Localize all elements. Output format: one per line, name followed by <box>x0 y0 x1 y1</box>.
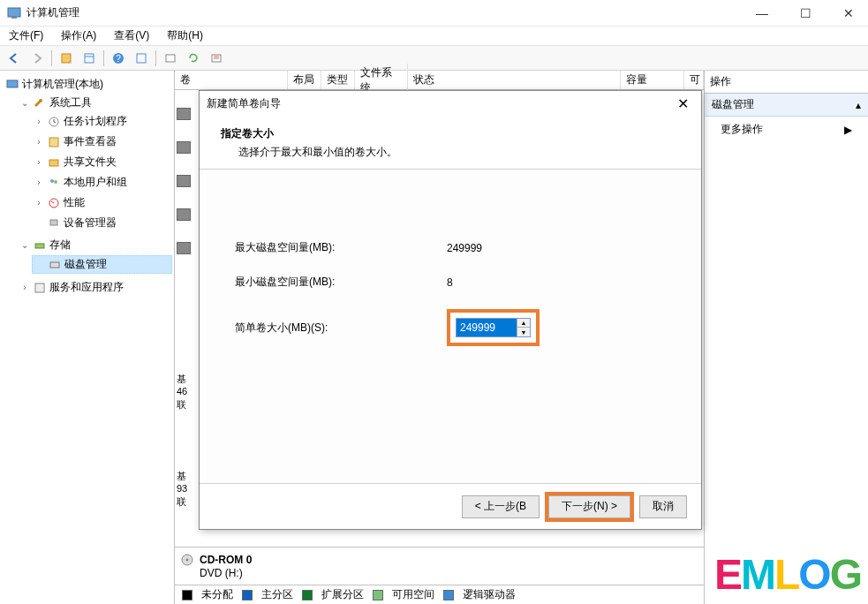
col-volume[interactable]: 卷 <box>175 71 288 89</box>
wizard-header: 指定卷大小 选择介于最大和最小值的卷大小。 <box>200 116 701 170</box>
wizard-subheading: 选择介于最大和最小值的卷大小。 <box>221 145 680 160</box>
actions-group[interactable]: 磁盘管理 ▴ <box>705 94 868 117</box>
toolbar-icon-3[interactable] <box>131 49 152 68</box>
svg-point-14 <box>50 179 54 183</box>
cancel-button[interactable]: 取消 <box>639 495 687 518</box>
col-layout[interactable]: 布局 <box>288 71 321 89</box>
tree-performance[interactable]: ›性能 <box>32 194 172 211</box>
max-space-label: 最大磁盘空间量(MB): <box>235 240 447 255</box>
tree-label: 磁盘管理 <box>64 257 107 272</box>
col-status[interactable]: 状态 <box>408 71 621 89</box>
svg-rect-17 <box>50 220 57 225</box>
new-simple-volume-wizard: 新建简单卷向导 ✕ 指定卷大小 选择介于最大和最小值的卷大小。 最大磁盘空间量(… <box>199 90 702 530</box>
expand-icon[interactable]: › <box>19 283 30 292</box>
toolbar-icon-2[interactable] <box>79 49 100 68</box>
menu-help[interactable]: 帮助(H) <box>163 26 207 45</box>
volume-list-header: 卷 布局 类型 文件系统 状态 容量 可 <box>175 71 704 90</box>
toolbar-icon-5[interactable] <box>206 49 227 68</box>
col-free[interactable]: 可 <box>684 71 704 89</box>
expand-icon[interactable]: › <box>34 198 44 208</box>
svg-rect-2 <box>62 54 71 63</box>
actions-header: 操作 <box>705 71 868 94</box>
col-type[interactable]: 类型 <box>321 71 355 89</box>
tree-shared-folders[interactable]: ›共享文件夹 <box>32 154 172 170</box>
tree-label: 本地用户和组 <box>64 175 127 190</box>
performance-icon <box>47 196 61 210</box>
expand-icon[interactable]: › <box>34 157 44 167</box>
collapse-icon[interactable]: ⌄ <box>19 98 30 108</box>
toolbar-icon-4[interactable] <box>160 49 181 68</box>
tree-label: 事件查看器 <box>64 134 117 149</box>
wizard-titlebar: 新建简单卷向导 ✕ <box>200 91 701 116</box>
spinner-up-button[interactable]: ▲ <box>517 319 530 328</box>
svg-rect-0 <box>8 8 20 17</box>
tree-device-manager[interactable]: 设备管理器 <box>32 215 172 231</box>
help-icon[interactable]: ? <box>108 49 129 68</box>
svg-rect-18 <box>35 244 44 248</box>
collapse-icon: ▴ <box>856 99 861 111</box>
svg-point-22 <box>186 559 189 562</box>
tree-label: 任务计划程序 <box>64 114 127 129</box>
svg-point-15 <box>54 180 57 184</box>
spinner-down-button[interactable]: ▼ <box>517 328 530 336</box>
volume-size-input[interactable] <box>457 319 517 336</box>
cdrom-label: CD-ROM 0 <box>200 554 252 566</box>
tree-disk-management[interactable]: 磁盘管理 <box>32 255 172 274</box>
expand-icon[interactable]: › <box>34 117 44 126</box>
refresh-icon[interactable] <box>183 49 204 68</box>
wizard-close-button[interactable]: ✕ <box>672 95 694 112</box>
app-icon <box>7 6 21 20</box>
expand-icon[interactable]: › <box>34 137 44 147</box>
tree-event-viewer[interactable]: ›事件查看器 <box>32 133 172 150</box>
tree-task-scheduler[interactable]: ›任务计划程序 <box>32 113 172 130</box>
close-button[interactable]: ✕ <box>836 3 861 24</box>
users-icon <box>47 176 61 190</box>
forward-button[interactable] <box>26 49 48 68</box>
services-icon <box>33 281 47 295</box>
next-button[interactable]: 下一步(N) > <box>548 495 630 518</box>
tree-label: 存储 <box>49 238 71 253</box>
tree-local-users[interactable]: ›本地用户和组 <box>32 174 172 191</box>
tree-label: 共享文件夹 <box>64 155 117 170</box>
back-button[interactable]: < 上一步(B <box>462 495 540 518</box>
tree-services-apps[interactable]: › 服务和应用程序 <box>18 279 172 296</box>
toolbar-icon-1[interactable] <box>56 49 77 68</box>
actions-group-label: 磁盘管理 <box>712 97 754 112</box>
legend-swatch-logical <box>443 590 454 600</box>
min-space-label: 最小磁盘空间量(MB): <box>235 275 447 290</box>
tree-label: 设备管理器 <box>64 215 117 230</box>
menu-action[interactable]: 操作(A) <box>57 26 100 45</box>
wizard-body: 最大磁盘空间量(MB): 249999 最小磁盘空间量(MB): 8 简单卷大小… <box>200 170 701 483</box>
menu-file[interactable]: 文件(F) <box>5 26 47 45</box>
disk-graph-cdrom: CD-ROM 0 DVD (H:) <box>175 547 704 585</box>
svg-rect-19 <box>50 262 59 268</box>
actions-more[interactable]: 更多操作 ▶ <box>705 117 868 142</box>
tree-system-tools[interactable]: ⌄ 系统工具 <box>18 94 172 111</box>
menu-view[interactable]: 查看(V) <box>110 26 153 45</box>
back-button[interactable] <box>4 49 25 68</box>
col-capacity[interactable]: 容量 <box>621 71 684 89</box>
collapse-icon[interactable]: ⌄ <box>19 240 30 250</box>
cdrom-icon <box>180 553 194 567</box>
minimize-button[interactable]: — <box>749 3 775 24</box>
disk-icon <box>48 258 62 272</box>
maximize-button[interactable]: ☐ <box>793 3 819 24</box>
volume-row-icon <box>177 208 191 221</box>
expand-icon[interactable]: › <box>34 177 44 187</box>
svg-rect-7 <box>137 54 146 63</box>
legend-swatch-extended <box>302 590 313 600</box>
max-space-value: 249999 <box>447 242 482 254</box>
svg-rect-3 <box>85 54 94 63</box>
wrench-icon <box>33 96 47 110</box>
min-space-value: 8 <box>447 276 453 289</box>
window-title: 计算机管理 <box>26 5 749 20</box>
toolbar-separator <box>155 50 156 66</box>
toolbar: ? <box>0 46 868 71</box>
tree-storage[interactable]: ⌄ 存储 <box>18 237 172 253</box>
clock-icon <box>47 115 61 129</box>
device-icon <box>47 216 61 230</box>
tree-root[interactable]: 计算机管理(本地) <box>4 76 172 93</box>
svg-rect-10 <box>7 80 18 87</box>
volume-row-icon <box>177 175 191 187</box>
actions-pane: 操作 磁盘管理 ▴ 更多操作 ▶ <box>705 71 868 604</box>
